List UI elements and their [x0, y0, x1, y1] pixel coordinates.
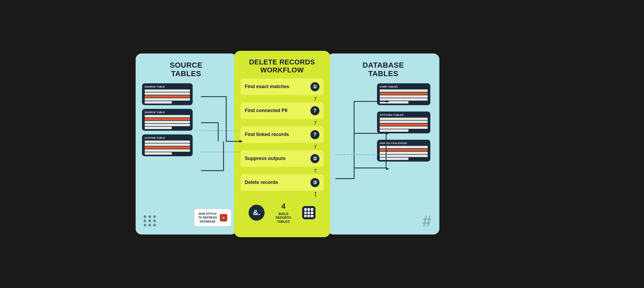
- row: [145, 89, 190, 92]
- step-find-linked: Find linked records ?: [241, 126, 324, 143]
- right-tables-area: CORE TABLES STITCHED TABLES: [334, 83, 433, 162]
- source-tables-area: SOURCE TABLE SOURCE TABLE: [142, 83, 230, 156]
- step-4-area: 4 BUILD REPORTS TABLES: [276, 202, 291, 224]
- row: [145, 115, 190, 117]
- grid-cell: [304, 215, 307, 217]
- row: [145, 141, 190, 143]
- row: [145, 152, 172, 155]
- row-highlight: [145, 146, 190, 149]
- grid-cell: [304, 208, 307, 211]
- source-table-1: SOURCE TABLE: [142, 83, 193, 105]
- row: [145, 149, 190, 152]
- step-find-pii-label: Find connected PII: [245, 108, 287, 113]
- source-table-2: SOURCE TABLE: [142, 109, 193, 131]
- row: [145, 101, 172, 104]
- row-highlight: [145, 118, 190, 120]
- step-linked-badge: ?: [310, 130, 319, 139]
- stitched-tables-label: STITCHED TABLES: [380, 114, 428, 116]
- row: [145, 98, 190, 101]
- workflow-steps: Find exact matches ① Find connected PII …: [241, 79, 324, 191]
- grid-cell: [304, 212, 307, 214]
- grid-cell: [311, 212, 313, 214]
- row: [145, 124, 190, 126]
- step-3-badge: ③: [310, 178, 319, 187]
- custom-table: CUSTOM TABLE: [142, 134, 193, 156]
- center-bottom: &. 4 BUILD REPORTS TABLES: [241, 202, 324, 224]
- grid-cell: [307, 212, 310, 214]
- left-panel-title: SOURCE TABLES: [142, 61, 230, 78]
- ampersand-badge: &.: [249, 205, 265, 221]
- step-4-label: BUILD REPORTS TABLES: [276, 212, 291, 224]
- grid-cell: [307, 215, 310, 217]
- hash-decoration: #: [422, 213, 431, 229]
- source-table-2-label: SOURCE TABLE: [145, 111, 190, 114]
- step-find-pii: Find connected PII ?: [241, 102, 324, 119]
- core-tables-label: CORE TABLES: [380, 85, 428, 88]
- source-table-1-label: SOURCE TABLE: [145, 85, 190, 88]
- stitched-tables-card: STITCHED TABLES: [377, 112, 430, 133]
- steps-wrapper: Find exact matches ① Find connected PII …: [241, 79, 324, 191]
- grid-cell: [307, 208, 310, 211]
- step-find-exact: Find exact matches ①: [241, 79, 324, 95]
- custom-table-label: CUSTOM TABLE: [145, 137, 190, 139]
- step-find-linked-label: Find linked records: [245, 132, 289, 137]
- unified-coalesced-card: UNIFIED COALESCED: [377, 140, 430, 162]
- core-tables-card: CORE TABLES: [377, 83, 430, 105]
- step-4-number: 4: [281, 202, 286, 211]
- step-suppress-label: Suppress outputs: [245, 156, 286, 161]
- run-stitch-text: RUN STITCH TO REFRESH DATABASE: [198, 212, 217, 223]
- calendar-icon: ✕: [220, 214, 227, 221]
- row: [145, 92, 190, 95]
- grid-badge: [302, 206, 315, 219]
- center-panel: DELETE RECORDS WORKFLOW Find exact match…: [234, 51, 330, 237]
- grid-cell: [311, 208, 313, 211]
- step-1-badge: ①: [310, 82, 319, 91]
- left-panel: SOURCE TABLES SOURCE TABLE SOURCE TABLE: [136, 54, 237, 234]
- step-delete: Delete records ③: [241, 174, 324, 191]
- row: [145, 143, 190, 146]
- run-stitch-box: RUN STITCH TO REFRESH DATABASE ✕: [194, 209, 232, 227]
- row: [145, 121, 190, 123]
- step-2-badge: ②: [310, 154, 319, 163]
- grid-cell: [311, 215, 313, 217]
- right-panel: DATABASE TABLES CORE TABLES STITCHED TA: [327, 54, 439, 234]
- step-find-exact-label: Find exact matches: [245, 84, 289, 89]
- step-suppress: Suppress outputs ②: [241, 150, 324, 167]
- row: [145, 127, 172, 129]
- right-panel-title: DATABASE TABLES: [334, 61, 433, 78]
- row-highlight: [145, 95, 190, 98]
- step-delete-label: Delete records: [245, 180, 278, 185]
- unified-coalesced-label: UNIFIED COALESCED: [380, 142, 428, 145]
- center-panel-title: DELETE RECORDS WORKFLOW: [241, 58, 324, 74]
- step-pii-badge: ?: [310, 106, 319, 115]
- dots-decoration: [144, 215, 156, 227]
